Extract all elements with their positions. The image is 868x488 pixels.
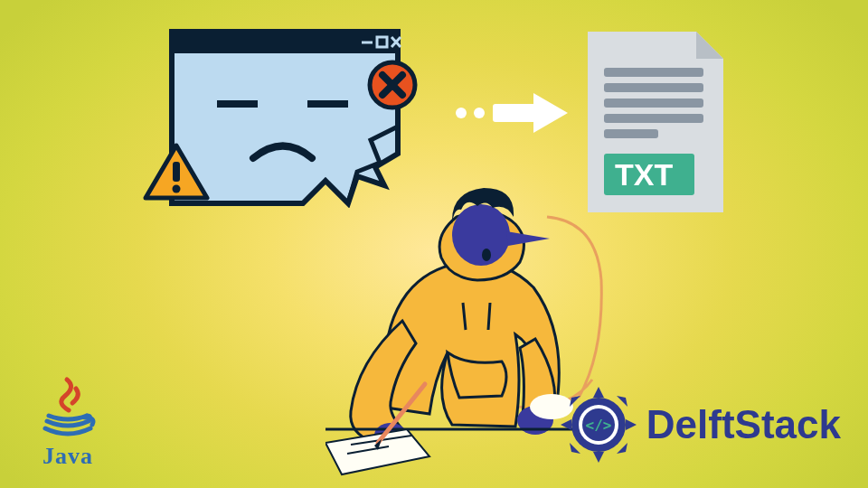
svg-point-22 xyxy=(482,249,491,261)
java-logo-text: Java xyxy=(36,443,99,470)
svg-rect-7 xyxy=(173,162,180,182)
arrow-right-icon xyxy=(452,86,579,140)
svg-rect-17 xyxy=(604,99,703,108)
svg-rect-14 xyxy=(493,104,538,122)
delftstack-logo: </> DelftStack xyxy=(558,384,841,465)
warning-icon xyxy=(140,140,212,205)
java-logo: Java xyxy=(36,376,99,470)
svg-rect-16 xyxy=(604,83,703,92)
svg-point-12 xyxy=(456,108,467,118)
svg-rect-15 xyxy=(604,68,703,77)
svg-point-21 xyxy=(452,204,510,266)
java-cup-icon xyxy=(36,376,99,439)
svg-point-8 xyxy=(173,185,181,193)
delftstack-badge-text: </> xyxy=(585,417,611,434)
delftstack-badge-icon: </> xyxy=(558,384,639,465)
svg-rect-19 xyxy=(604,129,658,138)
error-close-icon xyxy=(366,59,419,111)
svg-rect-18 xyxy=(604,114,703,123)
svg-point-13 xyxy=(474,108,485,118)
delftstack-logo-text: DelftStack xyxy=(646,402,841,447)
